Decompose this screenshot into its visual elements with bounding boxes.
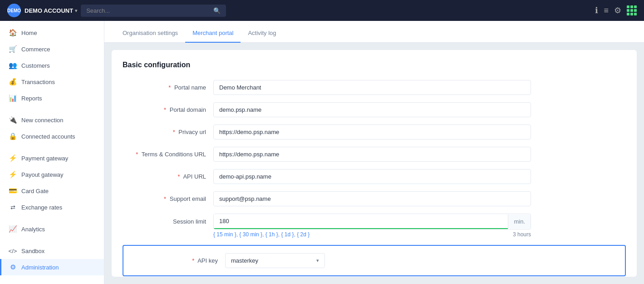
terms-url-input[interactable] xyxy=(213,147,531,162)
required-star: * xyxy=(177,173,180,180)
account-name[interactable]: DEMO ACCOUNT ▾ xyxy=(25,7,77,14)
api-key-value: masterkey xyxy=(231,257,258,264)
sidebar-item-payment-gateway[interactable]: ⚡ Payment gateway xyxy=(0,150,104,166)
lock-icon: 🔒 xyxy=(9,132,17,140)
reports-icon: 📊 xyxy=(9,94,17,102)
session-limit-input[interactable] xyxy=(214,214,508,229)
sidebar-item-new-connection[interactable]: 🔌 New connection xyxy=(0,112,104,128)
sandbox-icon: </> xyxy=(9,247,17,255)
home-icon: 🏠 xyxy=(9,29,17,37)
sidebar-item-label: Transactions xyxy=(21,79,55,85)
search-box: 🔍 xyxy=(81,5,226,17)
analytics-icon: 📈 xyxy=(9,225,17,233)
tabs-bar: Organisation settings Merchant portal Ac… xyxy=(104,21,644,43)
administration-icon: ⚙ xyxy=(9,263,17,271)
session-hints[interactable]: { 15 min }, { 30 min }, { 1h }, { 1d }, … xyxy=(213,231,310,238)
form-row-api-key: * API key masterkey ▾ xyxy=(134,253,614,268)
form-row-portal-name: * Portal name xyxy=(123,80,626,95)
sidebar-item-customers[interactable]: 👥 Customers xyxy=(0,57,104,74)
form-row-session-limit: Session limit min. { 15 min }, { 30 min … xyxy=(123,214,626,238)
sidebar-item-connected-accounts[interactable]: 🔒 Connected accounts xyxy=(0,128,104,144)
sidebar: 🏠 Home 🛒 Commerce 👥 Customers 💰 Transact… xyxy=(0,21,104,284)
top-bar-right: ℹ ≡ ⚙ xyxy=(595,5,637,15)
test-mode-row: Test mode xyxy=(0,281,104,284)
main-layout: 🏠 Home 🛒 Commerce 👥 Customers 💰 Transact… xyxy=(0,21,644,284)
sidebar-item-label: Analytics xyxy=(21,226,45,233)
api-url-input[interactable] xyxy=(213,169,531,184)
sidebar-item-label: Customers xyxy=(21,62,50,69)
list-icon[interactable]: ≡ xyxy=(604,6,609,15)
privacy-url-label: * Privacy url xyxy=(123,129,213,135)
sidebar-item-commerce[interactable]: 🛒 Commerce xyxy=(0,41,104,57)
terms-url-label: * Terms & Conditions URL xyxy=(123,151,213,158)
sidebar-item-label: Connected accounts xyxy=(21,133,75,140)
session-limit-label: Session limit xyxy=(123,218,213,225)
support-email-input[interactable] xyxy=(213,191,531,206)
form-container: Basic configuration * Portal name * Port… xyxy=(112,50,637,277)
sidebar-item-label: Payment gateway xyxy=(21,155,68,162)
portal-domain-label: * Portal domain xyxy=(123,106,213,113)
info-icon[interactable]: ℹ xyxy=(595,5,598,15)
form-title: Basic configuration xyxy=(123,61,626,69)
required-star: * xyxy=(164,106,166,113)
session-hours-text: 3 hours xyxy=(513,231,531,238)
sidebar-item-label: Payout gateway xyxy=(21,171,64,178)
required-star: * xyxy=(164,195,166,202)
api-key-section: * API key masterkey ▾ xyxy=(123,245,626,276)
sidebar-item-label: Administration xyxy=(21,264,59,271)
chevron-down-icon: ▾ xyxy=(75,8,77,13)
sidebar-item-home[interactable]: 🏠 Home xyxy=(0,25,104,41)
support-email-label: * Support email xyxy=(123,195,213,202)
sidebar-item-label: Sandbox xyxy=(21,248,44,254)
portal-name-input[interactable] xyxy=(213,80,531,95)
content-area: Organisation settings Merchant portal Ac… xyxy=(104,21,644,284)
form-row-terms-url: * Terms & Conditions URL xyxy=(123,147,626,162)
required-star: * xyxy=(173,129,175,135)
portal-name-label: * Portal name xyxy=(123,84,213,91)
sidebar-item-label: Commerce xyxy=(21,46,50,53)
demo-logo: DEMO xyxy=(7,4,21,17)
required-star: * xyxy=(192,257,194,264)
portal-domain-input[interactable] xyxy=(213,102,531,117)
customers-icon: 👥 xyxy=(9,61,17,70)
new-connection-icon: 🔌 xyxy=(9,116,17,124)
sidebar-item-sandbox[interactable]: </> Sandbox xyxy=(0,243,104,259)
sidebar-item-reports[interactable]: 📊 Reports xyxy=(0,90,104,106)
commerce-icon: 🛒 xyxy=(9,45,17,53)
sidebar-item-administration[interactable]: ⚙ Administration xyxy=(0,259,104,275)
sidebar-item-label: Home xyxy=(21,30,37,36)
api-key-select[interactable]: masterkey ▾ xyxy=(225,253,325,268)
form-row-api-url: * API URL xyxy=(123,169,626,184)
required-star: * xyxy=(168,84,171,91)
api-url-label: * API URL xyxy=(123,173,213,180)
exchange-icon: ⇄ xyxy=(9,203,17,211)
sidebar-item-label: New connection xyxy=(21,117,64,124)
form-row-support-email: * Support email xyxy=(123,191,626,206)
sidebar-item-analytics[interactable]: 📈 Analytics xyxy=(0,221,104,237)
sidebar-item-label: Reports xyxy=(21,95,42,102)
form-row-privacy-url: * Privacy url xyxy=(123,125,626,140)
api-key-label: * API key xyxy=(134,257,225,264)
chevron-down-icon: ▾ xyxy=(316,258,319,264)
card-gate-icon: 💳 xyxy=(9,187,17,195)
payout-gateway-icon: ⚡ xyxy=(9,170,17,179)
settings-icon[interactable]: ⚙ xyxy=(614,5,621,15)
sidebar-item-card-gate[interactable]: 💳 Card Gate xyxy=(0,183,104,199)
sidebar-item-label: Card Gate xyxy=(21,188,49,194)
avatar-grid-icon[interactable] xyxy=(627,5,637,15)
sidebar-item-exchange-rates[interactable]: ⇄ Exchange rates xyxy=(0,199,104,215)
privacy-url-input[interactable] xyxy=(213,125,531,140)
transactions-icon: 💰 xyxy=(9,78,17,86)
search-icon: 🔍 xyxy=(213,7,221,14)
search-input[interactable] xyxy=(86,7,210,14)
tab-org-settings[interactable]: Organisation settings xyxy=(115,24,185,43)
tab-activity-log[interactable]: Activity log xyxy=(241,24,283,43)
required-star: * xyxy=(136,151,138,158)
sidebar-item-transactions[interactable]: 💰 Transactions xyxy=(0,74,104,90)
top-bar-left: DEMO DEMO ACCOUNT ▾ 🔍 xyxy=(7,4,226,17)
sidebar-item-label: Exchange rates xyxy=(21,204,62,211)
top-bar: DEMO DEMO ACCOUNT ▾ 🔍 ℹ ≡ ⚙ xyxy=(0,0,644,21)
session-unit: min. xyxy=(508,214,531,229)
sidebar-item-payout-gateway[interactable]: ⚡ Payout gateway xyxy=(0,166,104,183)
tab-merchant-portal[interactable]: Merchant portal xyxy=(185,24,241,43)
